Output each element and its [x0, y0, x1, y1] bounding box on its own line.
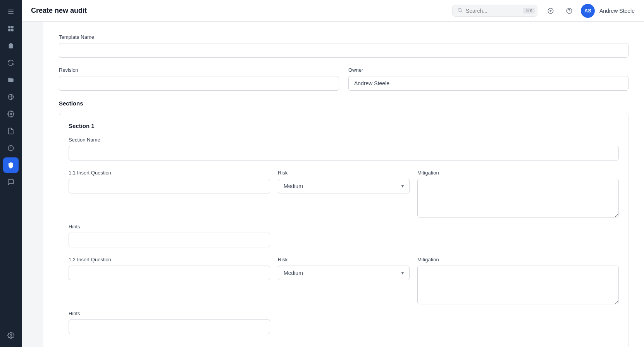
hints-1-2-field: Hints [69, 311, 270, 334]
hints-1-1-input[interactable] [69, 233, 270, 247]
page-title: Create new audit [31, 7, 446, 15]
chat-icon[interactable] [3, 174, 19, 190]
gear-icon[interactable] [3, 328, 19, 343]
svg-rect-2 [8, 13, 14, 14]
svg-point-12 [10, 335, 12, 337]
hints-1-2-row: Hints [69, 311, 619, 334]
mitigation-1-2-input[interactable] [417, 266, 619, 304]
question-1-2-input[interactable] [69, 266, 270, 280]
section-name-field: Section Name [69, 137, 619, 161]
add-button[interactable] [544, 4, 558, 18]
settings2-icon[interactable] [3, 106, 19, 122]
owner-input[interactable] [348, 76, 629, 91]
avatar[interactable]: AS [581, 4, 595, 18]
section-1-card: Section 1 Section Name 1.1 Insert Questi… [59, 113, 629, 347]
mitigation-1-2-label: Mitigation [417, 257, 619, 262]
mitigation-1-2-field: Mitigation [417, 257, 619, 306]
question-1-2-label: 1.2 Insert Question [69, 257, 270, 262]
question-1-1-input[interactable] [69, 179, 270, 193]
svg-rect-4 [11, 26, 14, 28]
risk-1-1-label: Risk [278, 170, 410, 176]
topbar: Create new audit ⌘K AS Andrew Steele [22, 0, 644, 22]
svg-rect-5 [8, 29, 10, 31]
hints-1-2-input[interactable] [69, 319, 270, 334]
svg-rect-1 [8, 11, 14, 12]
hints-1-1-label: Hints [69, 224, 270, 230]
svg-rect-3 [8, 26, 10, 28]
search-input[interactable] [466, 8, 520, 14]
template-name-label: Template Name [59, 34, 629, 40]
risk-1-2-label: Risk [278, 257, 410, 262]
risk-1-1-select-wrap: Low Medium High Critical ▼ [278, 179, 410, 193]
svg-rect-6 [11, 29, 14, 31]
hints-1-1-row: Hints [69, 224, 619, 247]
help-button[interactable] [562, 4, 576, 18]
question-1-1-row: 1.1 Insert Question Risk Low Medium High… [69, 170, 619, 247]
revision-input[interactable] [59, 76, 339, 91]
main-content: Template Name Revision Owner Sections Se… [43, 22, 644, 347]
section-name-label: Section Name [69, 137, 619, 143]
topbar-actions: AS Andrew Steele [544, 4, 635, 18]
risk-1-1-select[interactable]: Low Medium High Critical [278, 179, 410, 193]
mitigation-1-1-label: Mitigation [417, 170, 619, 176]
revision-label: Revision [59, 67, 339, 73]
sections-section: Sections Section 1 Section Name 1.1 Inse… [59, 100, 629, 347]
owner-field: Owner [348, 67, 629, 91]
info-icon[interactable] [3, 140, 19, 156]
section-1-heading: Section 1 [69, 123, 619, 129]
search-icon [457, 7, 463, 14]
revision-field: Revision [59, 67, 339, 91]
svg-rect-0 [8, 10, 14, 10]
document-icon[interactable] [3, 123, 19, 139]
question-1-1-label: 1.1 Insert Question [69, 170, 270, 176]
dashboard-icon[interactable] [3, 21, 19, 36]
risk-1-2-select-wrap: Low Medium High Critical ▼ [278, 266, 410, 280]
question-1-2-grid: 1.2 Insert Question Risk Low Medium High… [69, 257, 619, 306]
svg-line-14 [461, 11, 462, 12]
svg-point-13 [458, 8, 461, 11]
question-1-2-row: 1.2 Insert Question Risk Low Medium High… [69, 257, 619, 334]
owner-label: Owner [348, 67, 629, 73]
risk-1-2-select[interactable]: Low Medium High Critical [278, 266, 410, 280]
folders-icon[interactable] [3, 72, 19, 88]
risk-1-1-field: Risk Low Medium High Critical ▼ [278, 170, 410, 219]
risk-1-2-field: Risk Low Medium High Critical ▼ [278, 257, 410, 306]
search-shortcut: ⌘K [523, 8, 535, 14]
question-1-2-field: 1.2 Insert Question [69, 257, 270, 306]
question-1-1-field: 1.1 Insert Question [69, 170, 270, 219]
question-1-1-grid: 1.1 Insert Question Risk Low Medium High… [69, 170, 619, 219]
mitigation-1-1-input[interactable] [417, 179, 619, 218]
search-bar: ⌘K [452, 5, 537, 17]
sidebar [0, 0, 22, 347]
template-name-input[interactable] [59, 43, 629, 58]
tasks-icon[interactable] [3, 38, 19, 54]
shield-icon[interactable] [3, 157, 19, 173]
sections-label: Sections [59, 100, 629, 107]
menu-icon[interactable] [3, 4, 19, 19]
svg-point-8 [10, 113, 12, 115]
hints-1-1-field: Hints [69, 224, 270, 247]
mitigation-1-1-field: Mitigation [417, 170, 619, 219]
refresh-icon[interactable] [3, 55, 19, 71]
globe-icon[interactable] [3, 89, 19, 105]
hints-1-2-label: Hints [69, 311, 270, 316]
user-name: Andrew Steele [599, 8, 635, 14]
revision-owner-section: Revision Owner [59, 67, 629, 91]
section-name-input[interactable] [69, 146, 619, 161]
template-name-section: Template Name [59, 34, 629, 58]
